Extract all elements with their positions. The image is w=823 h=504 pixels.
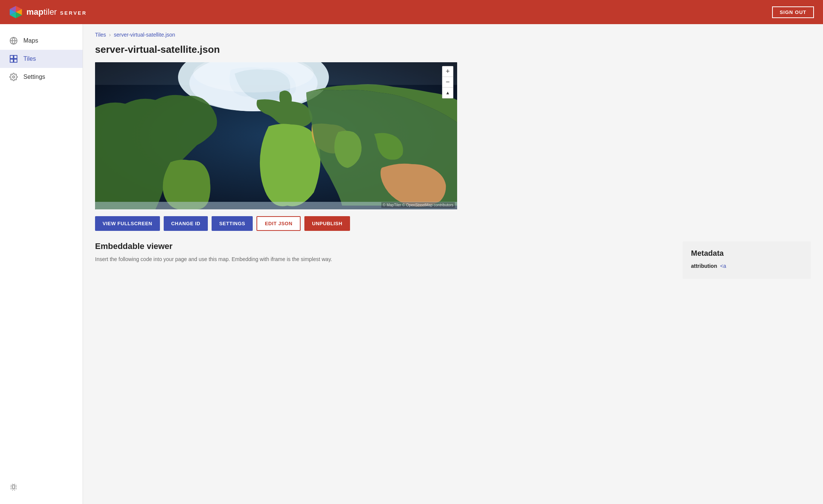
svg-rect-6 — [14, 59, 17, 62]
edit-json-button[interactable]: EDIT JSON — [256, 216, 301, 231]
maptiler-logo-icon — [9, 5, 23, 19]
metadata-attribution-key: attribution — [691, 263, 717, 269]
zoom-in-button[interactable]: + — [442, 66, 453, 77]
bug-icon — [9, 483, 18, 492]
sidebar-item-maps-label: Maps — [23, 37, 38, 44]
gear-icon — [9, 72, 18, 81]
embeddable-viewer-section: Embeddable viewer Insert the following c… — [95, 241, 671, 279]
svg-rect-3 — [10, 55, 13, 58]
metadata-attribution-value: <a — [720, 263, 726, 269]
sidebar-item-maps[interactable]: Maps — [0, 32, 83, 50]
metadata-attribution-row: attribution <a — [691, 263, 803, 269]
breadcrumb-tiles-link[interactable]: Tiles — [95, 32, 106, 38]
svg-rect-5 — [10, 59, 13, 62]
view-fullscreen-button[interactable]: VIEW FULLSCREEN — [95, 216, 160, 231]
tiles-icon — [9, 54, 18, 63]
map-controls: + − ▲ — [442, 66, 453, 98]
breadcrumb-current: server-virtual-satellite.json — [114, 32, 175, 38]
logo-text: maptiler SERVER — [26, 7, 87, 17]
sidebar-item-tiles-label: Tiles — [23, 55, 36, 62]
compass-button[interactable]: ▲ — [442, 88, 453, 98]
metadata-panel: Metadata attribution <a — [683, 241, 811, 279]
sidebar-item-tiles[interactable]: Tiles — [0, 50, 83, 68]
unpublish-button[interactable]: UNPUBLISH — [304, 216, 350, 231]
globe-icon — [9, 36, 18, 45]
embeddable-viewer-title: Embeddable viewer — [95, 241, 671, 251]
sign-out-button[interactable]: SIGN OUT — [772, 6, 814, 18]
embeddable-viewer-description: Insert the following code into your page… — [95, 255, 671, 263]
sidebar-item-settings-label: Settings — [23, 74, 45, 80]
action-buttons: VIEW FULLSCREEN CHANGE ID SETTINGS EDIT … — [95, 216, 811, 231]
sidebar-bottom — [0, 478, 83, 496]
bottom-section: Embeddable viewer Insert the following c… — [95, 241, 811, 279]
map-attribution: © MapTiler © OpenStreetMap contributors — [381, 202, 455, 208]
sidebar-item-settings[interactable]: Settings — [0, 68, 83, 86]
breadcrumb-separator: › — [109, 32, 111, 38]
settings-button[interactable]: SETTINGS — [212, 216, 253, 231]
page-title: server-virtual-satellite.json — [95, 44, 811, 55]
app-header: maptiler SERVER SIGN OUT — [0, 0, 823, 24]
sidebar: Maps Tiles Settings — [0, 24, 83, 504]
zoom-out-button[interactable]: − — [442, 77, 453, 88]
map-image — [95, 62, 457, 209]
svg-rect-4 — [14, 55, 17, 58]
metadata-title: Metadata — [691, 249, 803, 258]
logo: maptiler SERVER — [9, 5, 87, 19]
svg-point-7 — [12, 76, 15, 78]
change-id-button[interactable]: CHANGE ID — [164, 216, 208, 231]
map-preview: + − ▲ © MapTiler © OpenStreetMap contrib… — [95, 62, 457, 209]
main-content: Tiles › server-virtual-satellite.json se… — [83, 24, 823, 504]
svg-rect-15 — [95, 62, 457, 85]
breadcrumb: Tiles › server-virtual-satellite.json — [95, 32, 811, 38]
